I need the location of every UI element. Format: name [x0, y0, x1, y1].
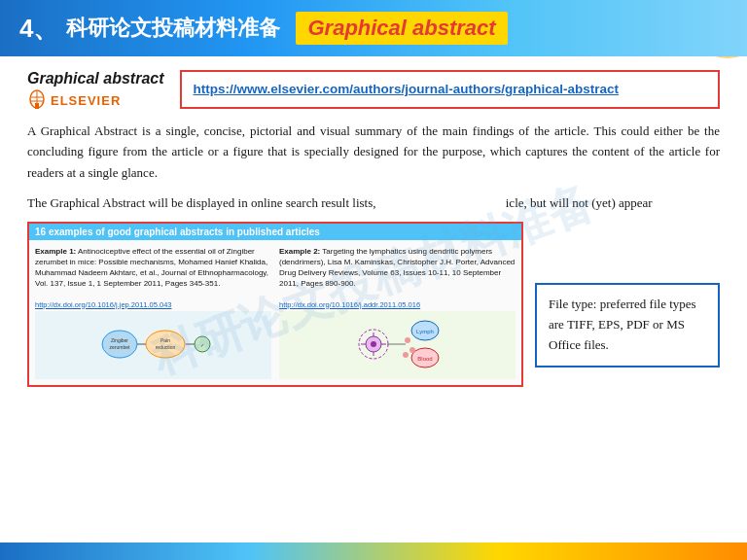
example-1-label: Example 1: [35, 247, 76, 256]
svg-point-26 [405, 337, 410, 343]
body-para-2-text: The Graphical Abstract will be displayed… [27, 195, 376, 210]
example-1-diagram: Zingiber zerumbet Pain reduction ✓ [95, 313, 212, 376]
graphical-abstract-italic-label: Graphical abstract [27, 70, 164, 88]
svg-point-27 [409, 347, 415, 353]
svg-text:Lymph: Lymph [416, 329, 434, 334]
body-paragraph-1: A Graphical Abstract is a single, concis… [27, 121, 720, 183]
svg-text:zerumbet: zerumbet [109, 344, 129, 350]
svg-point-28 [403, 352, 409, 358]
example-1-link: http://dx.doi.org/10.1016/j.jep.2011.05.… [35, 300, 172, 309]
example-1-image: Zingiber zerumbet Pain reduction ✓ [35, 311, 271, 379]
svg-text:✓: ✓ [200, 342, 204, 348]
top-bar: 4、 科研论文投稿材料准备 Graphical abstract [0, 0, 747, 56]
svg-text:Pain: Pain [160, 337, 169, 343]
elsevier-logo: ELSEVIER [27, 89, 121, 111]
example-2-diagram: Lymph Blood [339, 313, 456, 376]
svg-text:reduction: reduction [155, 344, 175, 350]
elsevier-tree-icon [27, 89, 47, 111]
example-2-label: Example 2: [279, 247, 320, 256]
example-2-link: http://dx.doi.org/10.1016/j.addr.2011.05… [279, 300, 420, 309]
highlight-label: Graphical abstract [296, 12, 507, 45]
bottom-bar [0, 542, 747, 560]
file-type-box: File type: preferred file types are TIFF… [535, 283, 720, 367]
example-2-image: Lymph Blood [279, 311, 516, 379]
body-paragraph-2: The Graphical Abstract will be displayed… [27, 192, 720, 213]
examples-content: Example 1: Antinociceptive effect of the… [29, 240, 521, 385]
main-content: Graphical abstract ELSEVIER https://www.… [0, 56, 747, 406]
header-row: Graphical abstract ELSEVIER https://www.… [27, 70, 720, 111]
body-para-2-cont: icle, but will not (yet) appear [379, 195, 653, 210]
svg-text:Zingiber: Zingiber [110, 337, 127, 343]
examples-box: 16 examples of good graphical abstracts … [27, 222, 523, 387]
elsevier-text: ELSEVIER [51, 93, 121, 108]
graphical-abstract-logo: Graphical abstract ELSEVIER [27, 70, 164, 111]
example-2: Example 2: Targeting the lymphatics usin… [279, 246, 516, 379]
examples-title: 16 examples of good graphical abstracts … [29, 224, 521, 240]
slide-container: 4、 科研论文投稿材料准备 Graphical abstract Graphic… [0, 0, 747, 560]
bottom-section: 16 examples of good graphical abstracts … [27, 222, 720, 387]
url-box: https://www.elsevier.com/authors/journal… [180, 70, 721, 109]
example-1-text: Example 1: Antinociceptive effect of the… [35, 246, 271, 290]
section-number: 4、 [19, 12, 58, 46]
example-1: Example 1: Antinociceptive effect of the… [35, 246, 271, 379]
svg-text:Blood: Blood [417, 356, 432, 362]
url-text: https://www.elsevier.com/authors/journal… [194, 82, 620, 96]
section-title: 科研论文投稿材料准备 [66, 14, 280, 43]
example-2-text: Example 2: Targeting the lymphatics usin… [279, 246, 516, 290]
svg-point-17 [371, 341, 376, 347]
